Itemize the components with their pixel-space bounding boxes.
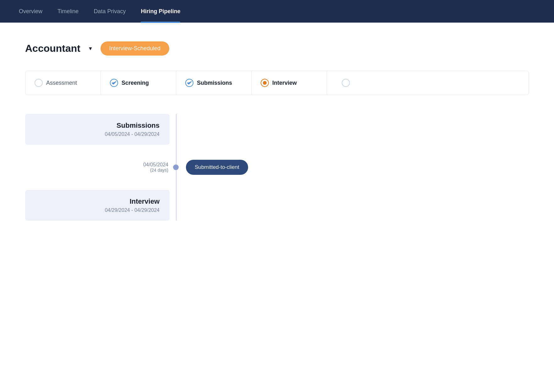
stage-label-interview: Interview	[272, 80, 297, 86]
event-dot	[173, 164, 179, 170]
interview-block-dates: 04/29/2024 - 04/29/2024	[35, 207, 160, 213]
job-title: Accountant	[25, 43, 80, 54]
svg-point-5	[342, 79, 350, 87]
stage-icon-interview	[260, 78, 269, 87]
event-label[interactable]: Submitted-to-client	[186, 160, 248, 175]
nav-timeline[interactable]: Timeline	[57, 7, 79, 16]
dropdown-arrow-icon[interactable]: ▼	[88, 46, 93, 51]
pipeline-stages: Assessment Screening Submissions Inter	[25, 71, 529, 95]
title-row: Accountant ▼ Interview-Scheduled	[25, 41, 529, 56]
stage-empty[interactable]	[327, 71, 365, 95]
svg-point-4	[263, 81, 267, 85]
nav-data-privacy[interactable]: Data Privacy	[94, 7, 126, 16]
stage-screening[interactable]: Screening	[101, 71, 176, 95]
stage-label-assessment: Assessment	[46, 80, 77, 86]
event-date: 04/05/2024	[25, 162, 168, 168]
main-content: Accountant ▼ Interview-Scheduled Assessm…	[0, 23, 554, 239]
stage-icon-assessment	[34, 78, 43, 87]
stage-icon-empty	[341, 78, 350, 87]
event-days: (24 days)	[25, 168, 168, 173]
stage-assessment[interactable]: Assessment	[25, 71, 101, 95]
interview-block-title: Interview	[35, 197, 160, 206]
submissions-block: Submissions 04/05/2024 - 04/29/2024	[25, 114, 170, 145]
stage-icon-submissions	[185, 78, 194, 87]
submissions-block-title: Submissions	[35, 121, 160, 130]
stage-interview[interactable]: Interview	[252, 71, 327, 95]
stage-label-screening: Screening	[122, 80, 149, 86]
submissions-block-dates: 04/05/2024 - 04/29/2024	[35, 132, 160, 137]
status-badge[interactable]: Interview-Scheduled	[100, 41, 169, 56]
timeline-area: Submissions 04/05/2024 - 04/29/2024 04/0…	[25, 114, 529, 221]
nav-overview[interactable]: Overview	[19, 7, 42, 16]
interview-block: Interview 04/29/2024 - 04/29/2024	[25, 190, 170, 221]
nav-hiring-pipeline[interactable]: Hiring Pipeline	[141, 7, 180, 16]
top-navigation: Overview Timeline Data Privacy Hiring Pi…	[0, 0, 554, 23]
event-date-section: 04/05/2024 (24 days)	[25, 162, 176, 173]
stage-submissions[interactable]: Submissions	[176, 71, 252, 95]
stage-icon-screening	[110, 78, 118, 87]
stage-label-submissions: Submissions	[197, 80, 232, 86]
svg-point-0	[35, 79, 42, 87]
